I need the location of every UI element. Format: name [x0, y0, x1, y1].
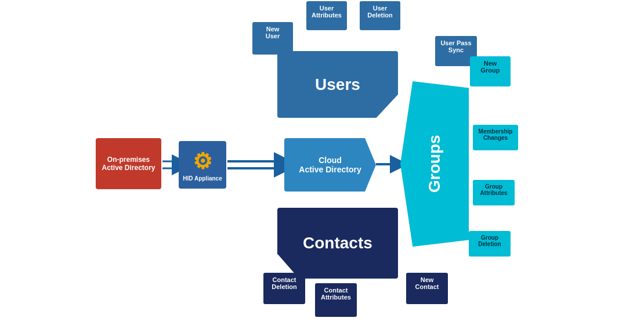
groups-box: Groups: [400, 81, 469, 247]
users-box: Users: [277, 51, 398, 118]
new-contact-label: New Contact: [415, 276, 439, 290]
group-attributes-label: Group Attributes: [480, 183, 507, 196]
contact-attributes-label: Contact Attributes: [321, 287, 351, 301]
contacts-label: Contacts: [303, 234, 372, 252]
membership-changes-label: Membership Changes: [479, 128, 513, 141]
contacts-box: Contacts: [277, 208, 398, 279]
group-deletion-label: Group Deletion: [478, 234, 501, 247]
new-user-label: New User: [266, 26, 280, 39]
onprem-box: On-premises Active Directory: [96, 138, 161, 189]
gear-icon: ⚙: [193, 149, 212, 174]
contact-deletion-label: Contact Deletion: [272, 276, 296, 290]
svg-line-12: [360, 29, 376, 53]
membership-changes-box: Membership Changes: [473, 125, 518, 150]
svg-line-16: [469, 183, 470, 189]
users-label: Users: [315, 75, 360, 94]
user-pass-sync-label: User Pass Sync: [440, 39, 471, 53]
diagram: On-premises Active Directory ⚙ HID Appli…: [0, 0, 644, 325]
svg-line-13: [406, 62, 436, 75]
cloud-ad-box: Cloud Active Directory: [284, 138, 376, 192]
groups-label: Groups: [425, 135, 444, 193]
contact-deletion-box: Contact Deletion: [263, 273, 305, 304]
onprem-label: On-premises Active Directory: [102, 156, 155, 172]
cloud-ad-label: Cloud Active Directory: [299, 156, 361, 174]
user-attributes-box: User Attributes: [306, 1, 347, 30]
user-deletion-label: User Deletion: [367, 5, 392, 19]
new-user-box: New User: [252, 22, 293, 55]
hid-box: ⚙ HID Appliance: [179, 141, 226, 189]
svg-line-11: [316, 29, 323, 53]
new-group-box: New Group: [470, 56, 511, 86]
group-attributes-box: Group Attributes: [473, 180, 515, 205]
svg-line-15: [469, 135, 470, 142]
new-group-label: New Group: [481, 60, 500, 74]
hid-label: HID Appliance: [183, 175, 222, 182]
new-contact-box: New Contact: [406, 273, 448, 304]
user-attributes-label: User Attributes: [312, 5, 342, 19]
user-deletion-box: User Deletion: [360, 1, 400, 30]
group-deletion-box: Group Deletion: [469, 231, 511, 257]
contact-attributes-box: Contact Attributes: [315, 283, 357, 317]
